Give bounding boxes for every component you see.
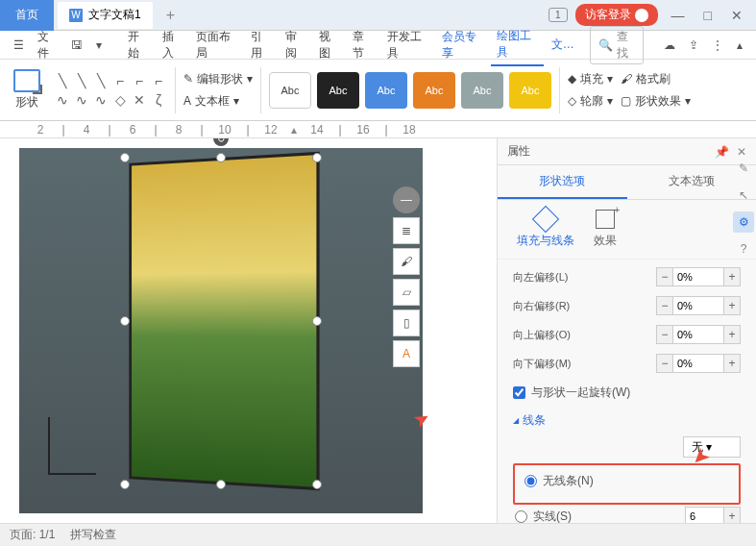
hamburger-icon[interactable]: ☰ xyxy=(8,35,30,56)
page-indicator[interactable]: 页面: 1/1 xyxy=(10,527,55,543)
menu-review[interactable]: 审阅 xyxy=(280,25,311,65)
spinner-offset-bottom[interactable]: −+ xyxy=(656,354,741,373)
property-panel: 属性 📌 ✕ 形状选项 文本选项 填充与线条 效果 向左偏移(L) xyxy=(497,138,756,533)
offset-left-input[interactable] xyxy=(673,267,723,286)
subtab-effect[interactable]: 效果 xyxy=(594,210,617,249)
shape-icon xyxy=(13,69,40,92)
side-cursor-icon[interactable]: ↖ xyxy=(733,185,754,206)
style-5[interactable]: Abc xyxy=(461,72,503,109)
collapse-icon[interactable]: ▴ xyxy=(731,35,748,56)
search-icon: 🔍 xyxy=(598,38,613,52)
add-tab-button[interactable]: + xyxy=(159,7,183,24)
style-3[interactable]: Abc xyxy=(365,72,407,109)
cloud-icon[interactable]: ☁ xyxy=(658,35,681,56)
outline-button[interactable]: ◇轮廓▾ xyxy=(568,93,613,110)
resize-handle-tr[interactable] xyxy=(312,153,322,162)
spinner-offset-top[interactable]: −+ xyxy=(656,325,741,344)
menu-member[interactable]: 会员专享 xyxy=(436,25,489,65)
subtab-fill-line[interactable]: 填充与线条 xyxy=(517,210,574,249)
dropdown-icon[interactable]: ▾ xyxy=(90,35,108,56)
save-icon[interactable]: 🖫 xyxy=(65,35,88,56)
more-icon[interactable]: ⋮ xyxy=(706,35,729,56)
shape-button[interactable]: 形状 xyxy=(8,69,46,112)
login-button[interactable]: 访客登录 xyxy=(575,4,658,26)
radio-solid-line[interactable] xyxy=(515,510,527,523)
menu-view[interactable]: 视图 xyxy=(313,25,345,65)
file-menu[interactable]: 文件 xyxy=(32,25,63,65)
lines-gallery[interactable]: ╲╲╲⌐⌐⌐ ∿∿∿◇✕ζ xyxy=(54,72,167,109)
style-6[interactable]: Abc xyxy=(509,72,551,109)
edit-shape-button[interactable]: ✎编辑形状▾ xyxy=(183,71,253,87)
document-title: 文字文稿1 xyxy=(88,7,141,23)
increment-button[interactable]: + xyxy=(723,267,741,286)
avatar-icon xyxy=(635,9,648,22)
menu-layout[interactable]: 页面布局 xyxy=(190,25,243,65)
effect-icon xyxy=(596,210,615,229)
resize-handle-bl[interactable] xyxy=(120,480,130,489)
resize-handle-br[interactable] xyxy=(312,480,322,489)
resize-handle-bc[interactable] xyxy=(216,480,226,489)
side-toolbar: ✎ ↖ ⚙ ? xyxy=(729,154,756,263)
side-help-icon[interactable]: ? xyxy=(733,238,754,260)
float-layout-button[interactable]: ▯ xyxy=(393,310,420,336)
side-pencil-icon[interactable]: ✎ xyxy=(733,158,754,179)
style-1[interactable]: Abc xyxy=(269,72,311,109)
menu-insert[interactable]: 插入 xyxy=(157,25,188,65)
format-painter-button[interactable]: 🖌格式刷 xyxy=(621,71,691,87)
spellcheck-indicator[interactable]: 拼写检查 xyxy=(70,527,116,543)
style-4[interactable]: Abc xyxy=(413,72,455,109)
label-offset-right: 向右偏移(R) xyxy=(513,299,570,313)
close-button[interactable]: ✕ xyxy=(725,8,748,23)
shape-image xyxy=(129,152,319,490)
textbox-button[interactable]: A文本框▾ xyxy=(183,93,253,110)
shape-effects-button[interactable]: ▢形状效果▾ xyxy=(621,93,691,110)
rotate-with-shape-checkbox[interactable] xyxy=(513,386,525,399)
resize-handle-mr[interactable] xyxy=(312,316,322,326)
style-2[interactable]: Abc xyxy=(317,72,359,109)
chair-decoration xyxy=(48,417,96,475)
resize-handle-ml[interactable] xyxy=(120,316,130,326)
maximize-button[interactable]: □ xyxy=(698,8,718,23)
search-box[interactable]: 🔍 查找 xyxy=(590,26,644,64)
float-wrap-button[interactable]: ≣ xyxy=(393,217,420,244)
title-badge[interactable]: 1 xyxy=(549,8,568,22)
menu-ref[interactable]: 引用 xyxy=(245,25,277,65)
float-font-button[interactable]: A xyxy=(393,340,420,367)
label-offset-bottom: 向下偏移(M) xyxy=(513,357,572,371)
radio-no-line[interactable] xyxy=(524,475,537,487)
spinner-offset-left[interactable]: − + xyxy=(656,267,741,286)
resize-handle-tl[interactable] xyxy=(120,153,130,162)
horizontal-ruler: 2|4| 6|8| 10|12▴ 14|16| 18 xyxy=(0,121,756,138)
style-gallery[interactable]: Abc Abc Abc Abc Abc Abc xyxy=(269,72,551,109)
float-brush-button[interactable]: 🖌 xyxy=(393,248,420,275)
float-minus-button[interactable]: — xyxy=(393,186,420,213)
main-area: ↻ — ≣ 🖌 ▱ ▯ A ➤ 属性 📌 ✕ xyxy=(0,138,756,533)
share-icon[interactable]: ⇪ xyxy=(683,35,704,56)
doc-icon: W xyxy=(69,9,83,22)
pin-icon[interactable]: 📌 xyxy=(715,145,729,159)
line-section-title[interactable]: 线条 xyxy=(513,412,741,429)
menu-chapter[interactable]: 章节 xyxy=(347,25,378,65)
tab-shape-options[interactable]: 形状选项 xyxy=(498,165,627,199)
spinner-offset-right[interactable]: −+ xyxy=(656,296,741,315)
fill-button[interactable]: ◆填充▾ xyxy=(568,71,613,87)
line-radio-group-highlighted: 无线条(N) xyxy=(513,463,741,505)
fill-icon xyxy=(532,206,559,233)
menu-dev[interactable]: 开发工具 xyxy=(381,25,434,65)
canvas[interactable]: ↻ — ≣ 🖌 ▱ ▯ A ➤ xyxy=(0,138,497,533)
solid-line-label: 实线(S) xyxy=(533,509,572,525)
rotate-handle[interactable]: ↻ xyxy=(213,138,229,146)
menu-bar: ☰ 文件 🖫 ▾ 开始 插入 页面布局 引用 审阅 视图 章节 开发工具 会员专… xyxy=(0,31,756,60)
menu-more[interactable]: 文… xyxy=(546,33,580,57)
resize-handle-tc[interactable] xyxy=(216,153,226,162)
side-settings-icon[interactable]: ⚙ xyxy=(733,211,754,233)
selected-shape[interactable]: ↻ xyxy=(125,158,317,484)
menu-drawtools[interactable]: 绘图工具 xyxy=(491,24,544,66)
float-highlight-button[interactable]: ▱ xyxy=(393,279,420,306)
rotate-with-shape-label: 与形状一起旋转(W) xyxy=(531,385,630,401)
menu-start[interactable]: 开始 xyxy=(122,25,154,65)
label-offset-top: 向上偏移(O) xyxy=(513,328,571,342)
floating-toolbar: — ≣ 🖌 ▱ ▯ A xyxy=(393,186,420,367)
decrement-button[interactable]: − xyxy=(656,267,673,286)
minimize-button[interactable]: — xyxy=(666,8,691,23)
